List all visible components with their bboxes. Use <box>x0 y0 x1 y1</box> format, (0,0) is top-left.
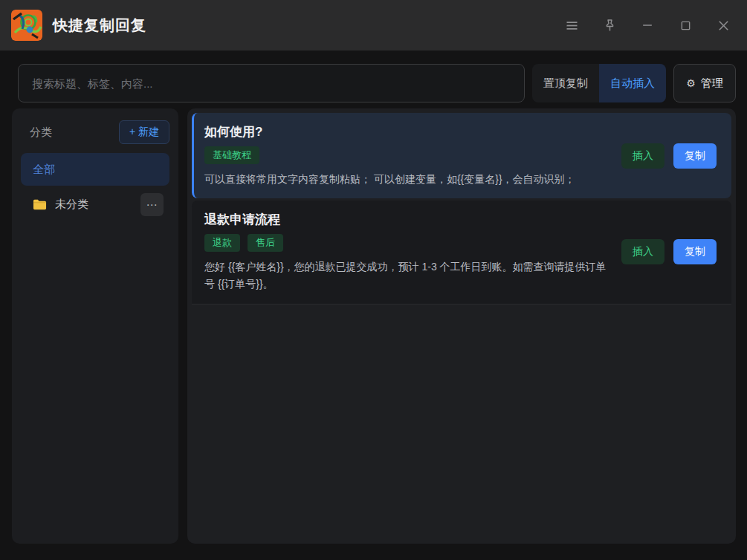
category-sidebar: 分类 + 新建 全部 未分类 ⋯ <box>12 108 178 544</box>
insert-button[interactable]: 插入 <box>621 239 664 264</box>
page-title: 快捷复制回复 <box>53 16 146 36</box>
close-button[interactable] <box>714 16 732 34</box>
toggle-auto-insert[interactable]: 自动插入 <box>599 64 666 102</box>
window-controls <box>563 16 732 34</box>
sidebar-item-all[interactable]: 全部 <box>21 153 169 186</box>
snippet-title: 退款申请流程 <box>204 211 608 229</box>
snippet-card[interactable]: 退款申请流程 退款 售后 您好 {{客户姓名}}，您的退款已提交成功，预计 1-… <box>192 201 731 305</box>
snippet-content: 可以直接将常用文字内容复制粘贴； 可以创建变量，如{{变量名}}，会自动识别； <box>204 171 608 189</box>
tag-badge: 退款 <box>204 234 240 252</box>
gear-icon: ⚙ <box>686 77 696 89</box>
sidebar-item-label: 未分类 <box>55 198 88 212</box>
manage-button-label: 管理 <box>701 76 723 91</box>
toggle-pin-copy[interactable]: 置顶复制 <box>532 64 599 102</box>
content-area: 分类 + 新建 全部 未分类 ⋯ 如何使用? 基础教程 <box>12 108 736 544</box>
snippet-card-body: 退款申请流程 退款 售后 您好 {{客户姓名}}，您的退款已提交成功，预计 1-… <box>204 211 621 293</box>
sidebar-title: 分类 <box>30 126 52 140</box>
sidebar-item-label: 全部 <box>33 163 55 177</box>
search-input[interactable] <box>18 64 525 102</box>
snippet-title: 如何使用? <box>204 123 608 141</box>
sidebar-header: 分类 + 新建 <box>12 108 178 153</box>
snippet-list: 如何使用? 基础教程 可以直接将常用文字内容复制粘贴； 可以创建变量，如{{变量… <box>187 108 736 544</box>
mode-toggle-group: 置顶复制 自动插入 <box>532 64 666 102</box>
tag-row: 退款 售后 <box>204 234 608 252</box>
card-actions: 插入 复制 <box>621 143 717 169</box>
header-row: 置顶复制 自动插入 ⚙ 管理 <box>18 64 736 102</box>
copy-button[interactable]: 复制 <box>673 239 717 264</box>
manage-button[interactable]: ⚙ 管理 <box>673 64 736 102</box>
copy-button[interactable]: 复制 <box>673 143 717 169</box>
tag-row: 基础教程 <box>204 146 608 164</box>
pin-icon[interactable] <box>601 16 618 34</box>
titlebar: 快捷复制回复 <box>0 0 747 51</box>
maximize-button[interactable] <box>676 16 694 34</box>
insert-button[interactable]: 插入 <box>621 143 664 169</box>
tag-badge: 基础教程 <box>204 146 259 164</box>
snippet-content: 您好 {{客户姓名}}，您的退款已提交成功，预计 1-3 个工作日到账。如需查询… <box>204 258 608 293</box>
card-actions: 插入 复制 <box>621 239 717 264</box>
more-options-button[interactable]: ⋯ <box>140 193 164 216</box>
folder-icon <box>33 198 47 210</box>
app-logo-icon <box>11 10 42 41</box>
minimize-button[interactable] <box>638 16 656 34</box>
sidebar-item-uncategorized[interactable]: 未分类 ⋯ <box>21 188 169 221</box>
snippet-card-body: 如何使用? 基础教程 可以直接将常用文字内容复制粘贴； 可以创建变量，如{{变量… <box>204 123 621 188</box>
new-category-button[interactable]: + 新建 <box>119 120 169 144</box>
category-list: 全部 未分类 ⋯ <box>12 153 178 221</box>
snippet-card[interactable]: 如何使用? 基础教程 可以直接将常用文字内容复制粘贴； 可以创建变量，如{{变量… <box>192 113 731 198</box>
menu-icon[interactable] <box>563 16 581 34</box>
tag-badge: 售后 <box>248 234 283 252</box>
